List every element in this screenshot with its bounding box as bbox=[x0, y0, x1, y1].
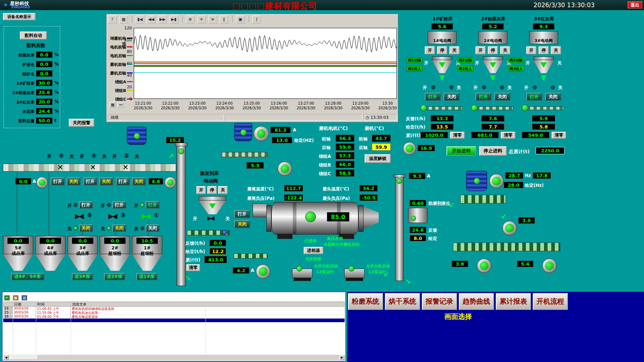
feeder-open-button[interactable]: 打开 bbox=[425, 93, 441, 101]
batching-row-label: 配料总量 bbox=[5, 118, 34, 124]
report-icon[interactable]: ▦ bbox=[119, 16, 128, 24]
nav-drying-system[interactable]: 烘干系统 bbox=[385, 293, 420, 310]
batching-auto-button[interactable]: 配料自动 bbox=[20, 31, 47, 39]
valve-stop-button[interactable]: 停 bbox=[488, 46, 498, 54]
feeder-open-button[interactable]: 打开 bbox=[475, 93, 491, 101]
device-name-button[interactable]: 设备名称显示 bbox=[3, 13, 36, 20]
gate-close-button[interactable]: 关闭 bbox=[67, 177, 80, 185]
gate-open-label: 开 bbox=[524, 85, 528, 91]
gate-close-button[interactable]: 关闭 bbox=[132, 177, 146, 185]
valve-close-button[interactable]: 关 bbox=[500, 46, 510, 54]
gate-close-button[interactable]: 关闭 bbox=[99, 177, 113, 185]
alarm-log-icon[interactable]: ▦ bbox=[13, 295, 18, 300]
alarm-row[interactable]: 16 30/03/26 01:08:00 下午 磨机后轴温度高报 bbox=[3, 315, 345, 319]
nav-grinding-system[interactable]: 粉磨系统 bbox=[348, 293, 383, 310]
hopper-top bbox=[533, 56, 554, 60]
return-icon[interactable]: ↵ bbox=[4, 295, 10, 300]
gate-open-button[interactable]: 打开 bbox=[116, 177, 130, 185]
legend-swatch bbox=[127, 90, 133, 91]
activator-close-button[interactable]: 关 bbox=[218, 186, 228, 194]
valve-stop-button[interactable]: 停 bbox=[539, 46, 549, 54]
clear-total-button[interactable]: 清零 bbox=[552, 132, 566, 139]
valve-close-button[interactable]: 关 bbox=[449, 46, 460, 54]
route-to-1-button[interactable]: 进1#库 bbox=[136, 273, 157, 280]
valve-open-button[interactable]: 开 bbox=[526, 46, 536, 54]
route-to-4-5-button[interactable]: 进4#、5#库 bbox=[11, 273, 44, 280]
stop-feeding-button[interactable]: 停止进料 bbox=[479, 146, 507, 156]
activator-stop-button[interactable]: 停 bbox=[207, 186, 217, 194]
valve-icon: ▶◀ bbox=[75, 212, 83, 220]
scroll-thumb[interactable] bbox=[9, 355, 38, 360]
alarm-h-scrollbar[interactable]: ◀ ▶ bbox=[3, 355, 345, 360]
help-icon[interactable]: ? bbox=[108, 16, 117, 24]
route-to-3-button[interactable]: 进3#库 bbox=[72, 273, 93, 280]
gate-close-indicator bbox=[551, 85, 555, 89]
alarm-row[interactable]: 14 30/03/26 11:06:45 上午 磨机电机相前轴绕组温度高报 bbox=[3, 307, 345, 311]
valve-open-button[interactable]: 开 bbox=[425, 46, 435, 54]
nav-trend-curves[interactable]: 趋势曲线 bbox=[459, 293, 494, 310]
feeder-close-button[interactable]: 关闭 bbox=[444, 93, 460, 101]
axis-tool-icon[interactable]: ▦ bbox=[109, 102, 116, 108]
zoom-icon[interactable]: ⊕ bbox=[186, 16, 195, 24]
mill-inlet-open-button[interactable]: 打开 bbox=[234, 210, 250, 218]
valve-close-button[interactable]: 关闭 bbox=[79, 224, 93, 232]
first-icon[interactable]: ▮◀ bbox=[136, 16, 144, 24]
valve-stop-button[interactable]: 停 bbox=[437, 46, 447, 54]
clear-total-button[interactable]: 清零 bbox=[186, 264, 200, 271]
close-alarm-button[interactable]: 关闭报警 bbox=[69, 119, 94, 127]
cursor-icon[interactable]: ≡ bbox=[208, 16, 217, 24]
screw-current-value: 4.8 bbox=[149, 178, 163, 185]
function-icon[interactable]: ƒ bbox=[252, 16, 261, 24]
legend-item: 电机后轴 bbox=[107, 53, 126, 59]
hopper-level-value: 0.0 bbox=[104, 237, 126, 244]
forward-icon[interactable]: ▶▶ bbox=[158, 16, 167, 24]
nav-totals-report[interactable]: 累计报表 bbox=[496, 293, 531, 310]
exit-button[interactable]: 退出 bbox=[628, 1, 642, 9]
gate-open-button[interactable]: 打开 bbox=[83, 177, 97, 185]
clear-total-button[interactable]: 清零 bbox=[450, 132, 465, 139]
alarm-toolbar: ↵ ▦ ▥ bbox=[4, 294, 28, 300]
valve-open-button[interactable]: 打开 bbox=[79, 201, 93, 209]
elevator-current-value: 9.3 bbox=[409, 173, 425, 179]
motor-indicator bbox=[222, 230, 227, 235]
mill-inlet-close-button[interactable]: 关闭 bbox=[234, 220, 250, 228]
valve-open-button[interactable]: 打开 bbox=[146, 201, 159, 209]
chart-icon[interactable]: ▥ bbox=[21, 295, 27, 300]
feedback-value: 5.9 bbox=[532, 115, 555, 122]
start-feeding-button[interactable]: 开始进料 bbox=[446, 146, 476, 156]
temp-unlock-button[interactable]: 温度解锁 bbox=[365, 154, 391, 163]
pause-icon[interactable]: ‖ bbox=[220, 16, 228, 24]
batching-row-value: 25.6 bbox=[36, 89, 53, 96]
ampere-unit: A bbox=[251, 268, 254, 273]
scroll-left-arrow[interactable]: ◀ bbox=[3, 355, 9, 360]
feeder-open-button[interactable]: 打开 bbox=[526, 93, 542, 101]
scroll-right-arrow[interactable]: ▶ bbox=[339, 355, 345, 360]
feeder-close-button[interactable]: 关闭 bbox=[545, 93, 561, 101]
nav-alarm-log[interactable]: 报警记录 bbox=[422, 293, 457, 310]
valve-close-button[interactable]: 关闭 bbox=[146, 224, 159, 232]
print-icon[interactable]: ▣ bbox=[236, 16, 245, 24]
route-to-2-button[interactable]: 进2#库 bbox=[104, 273, 125, 280]
nav-startup-flow[interactable]: 开机流程 bbox=[533, 293, 568, 310]
diverter-open-label: 开 bbox=[47, 153, 51, 160]
batching-row-value: 24.4 bbox=[36, 108, 53, 114]
y-tick: 20 bbox=[122, 85, 132, 89]
gate-open-button[interactable]: 打开 bbox=[51, 177, 65, 185]
phaser-button[interactable]: 进相器 bbox=[304, 247, 323, 254]
alarm-selected-row[interactable] bbox=[3, 319, 345, 322]
trend-plot-area[interactable] bbox=[134, 28, 397, 99]
valve-close-button[interactable]: 关 bbox=[551, 46, 561, 54]
clear-total-button[interactable]: 清零 bbox=[501, 132, 515, 139]
last-icon[interactable]: ▶▮ bbox=[170, 16, 178, 24]
pump-base bbox=[294, 278, 311, 281]
valve-close-button[interactable]: 关闭 bbox=[112, 224, 126, 232]
valve-open-button[interactable]: 打开 bbox=[112, 201, 126, 209]
activator-open-button[interactable]: 开 bbox=[196, 186, 206, 194]
feeder-close-button[interactable]: 关闭 bbox=[494, 93, 510, 101]
rewind-icon[interactable]: ◀◀ bbox=[147, 16, 155, 24]
hopper-number: 2# bbox=[100, 245, 130, 251]
valve-open-button[interactable]: 开 bbox=[475, 46, 486, 54]
alarm-row[interactable]: 15 30/03/26 11:55:08 上午 磨机电机油位故障 bbox=[3, 311, 345, 315]
scroll-tool-icon[interactable]: ↔ bbox=[117, 102, 124, 108]
pan-icon[interactable]: ✛ bbox=[197, 16, 206, 24]
